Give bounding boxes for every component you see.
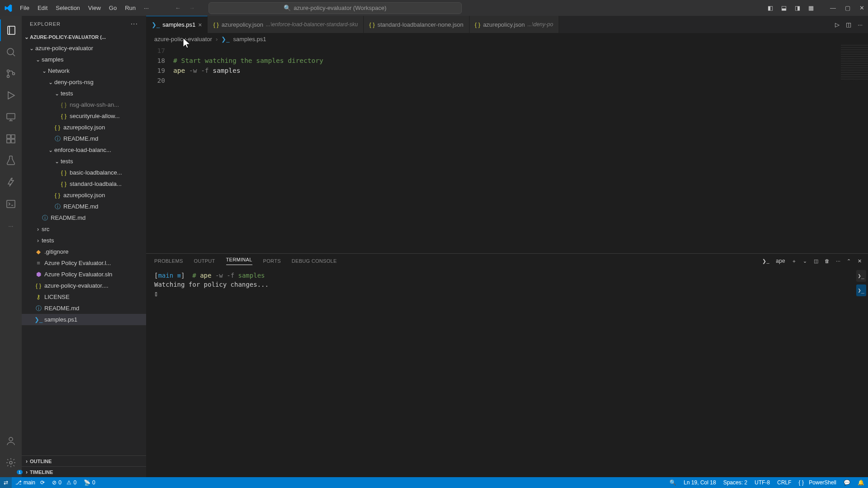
code-content[interactable]: # Start watching the samples directory a… — [173, 45, 868, 253]
terminal-label[interactable]: ape — [776, 258, 785, 264]
split-terminal-icon[interactable]: ◫ — [814, 258, 818, 264]
maximize-panel-icon[interactable]: ⌃ — [847, 258, 851, 264]
activity-accounts-icon[interactable] — [0, 430, 22, 452]
layout-toggle-bottom-icon[interactable]: ⬓ — [781, 5, 787, 11]
status-encoding[interactable]: UTF-8 — [751, 479, 773, 486]
workspace-section-header[interactable]: ⌄ AZURE-POLICY-EVALUATOR (... — [22, 32, 146, 43]
window-maximize-icon[interactable]: ▢ — [845, 5, 850, 11]
folder-root[interactable]: ⌄azure-policy-evaluator — [22, 43, 146, 54]
explorer-more-icon[interactable]: ··· — [131, 20, 138, 28]
window-close-icon[interactable]: ✕ — [859, 5, 864, 11]
split-editor-icon[interactable]: ◫ — [846, 21, 851, 28]
panel-tab-output[interactable]: OUTPUT — [194, 258, 215, 264]
activity-explorer-icon[interactable] — [0, 19, 22, 41]
tab-samples-ps1[interactable]: ❯_ samples.ps1 × — [146, 16, 208, 33]
folder-tests-1[interactable]: ⌄tests — [22, 88, 146, 99]
nav-back-icon[interactable]: ← — [175, 5, 181, 11]
layout-toggle-right-icon[interactable]: ◨ — [795, 5, 800, 11]
command-center[interactable]: 🔍 azure-policy-evaluator (Workspace) — [209, 2, 462, 14]
activity-more-icon[interactable]: ··· — [0, 215, 22, 237]
activity-settings-icon[interactable]: 1 — [0, 452, 22, 474]
activity-terminal-icon[interactable] — [0, 193, 22, 215]
panel-tab-problems[interactable]: PROBLEMS — [154, 258, 183, 264]
activity-azure-icon[interactable] — [0, 171, 22, 193]
menu-go[interactable]: Go — [105, 3, 120, 13]
activity-run-debug-icon[interactable] — [0, 85, 22, 106]
terminal-side-icon-2[interactable]: ❯_ — [856, 284, 866, 296]
file-ape-json[interactable]: { }azure-policy-evaluator.... — [22, 280, 146, 291]
editor-body[interactable]: 17 18 19 20 # Start watching the samples… — [146, 45, 868, 253]
status-notifications-icon[interactable]: 🔔 — [854, 479, 868, 486]
terminal-shell-icon[interactable]: ❯_ — [762, 258, 769, 264]
status-branch[interactable]: ⎇main ⟳ — [12, 479, 48, 486]
file-readme-3[interactable]: ⓘREADME.md — [22, 212, 146, 223]
folder-network[interactable]: ⌄Network — [22, 65, 146, 76]
panel-more-icon[interactable]: ··· — [836, 258, 840, 264]
file-readme-2[interactable]: ⓘREADME.md — [22, 201, 146, 212]
status-problems[interactable]: ⊘0 ⚠0 — [48, 479, 80, 486]
breadcrumb-segment[interactable]: samples.ps1 — [233, 36, 266, 43]
menu-run[interactable]: Run — [121, 3, 139, 13]
menu-more[interactable]: ··· — [140, 3, 152, 13]
activity-testing-icon[interactable] — [0, 150, 22, 171]
folder-tests-3[interactable]: ›tests — [22, 235, 146, 246]
status-feedback-icon[interactable]: 💬 — [840, 479, 854, 486]
panel-tab-terminal[interactable]: TERMINAL — [226, 257, 252, 265]
menu-edit[interactable]: Edit — [34, 3, 51, 13]
folder-src[interactable]: ›src — [22, 223, 146, 235]
status-ports[interactable]: 📡0 — [80, 479, 99, 486]
file-readme-1[interactable]: ⓘREADME.md — [22, 133, 146, 144]
file-license[interactable]: ⚷LICENSE — [22, 291, 146, 303]
tab-standard-lb-none[interactable]: { } standard-loadbalancer-none.json — [364, 16, 469, 33]
menu-file[interactable]: File — [16, 3, 33, 13]
tab-azurepolicy-2[interactable]: { } azurepolicy.json ...\deny-po — [470, 16, 559, 33]
breadcrumb[interactable]: azure-policy-evaluator › ❯_ samples.ps1 — [146, 33, 868, 45]
layout-toggle-left-icon[interactable]: ◧ — [768, 5, 773, 11]
terminal-body[interactable]: [main ≡] # ape -w -f samples Watching fo… — [146, 268, 868, 477]
panel-tab-ports[interactable]: PORTS — [263, 258, 281, 264]
file-basic-lb[interactable]: { }basic-loadbalance... — [22, 167, 146, 178]
file-samples-ps1[interactable]: ❯_samples.ps1 — [22, 314, 146, 325]
activity-search-icon[interactable] — [0, 41, 22, 63]
folder-tests-2[interactable]: ⌄tests — [22, 156, 146, 167]
minimap[interactable] — [841, 45, 868, 81]
status-cursor-pos[interactable]: Ln 19, Col 18 — [680, 479, 719, 486]
tab-azurepolicy-1[interactable]: { } azurepolicy.json ...\enforce-load-ba… — [208, 16, 364, 33]
file-nsg-allow-ssh[interactable]: { }nsg-allow-ssh-an... — [22, 99, 146, 110]
outline-section-header[interactable]: › OUTLINE — [22, 455, 146, 466]
status-eol[interactable]: CRLF — [773, 479, 795, 486]
status-language[interactable]: { } PowerShell — [795, 479, 840, 486]
run-file-icon[interactable]: ▷ — [835, 21, 840, 28]
file-standard-lb[interactable]: { }standard-loadbala... — [22, 178, 146, 190]
panel-tab-debug-console[interactable]: DEBUG CONSOLE — [292, 258, 337, 264]
activity-extensions-icon[interactable] — [0, 128, 22, 150]
editor-more-icon[interactable]: ··· — [858, 21, 863, 28]
timeline-section-header[interactable]: › TIMELINE — [22, 466, 146, 477]
sync-icon[interactable]: ⟳ — [40, 479, 45, 486]
file-azurepolicy-2[interactable]: { }azurepolicy.json — [22, 190, 146, 201]
breadcrumb-segment[interactable]: azure-policy-evaluator — [154, 36, 212, 43]
file-securityrule-allow[interactable]: { }securityrule-allow... — [22, 110, 146, 122]
file-gitignore[interactable]: ◆.gitignore — [22, 246, 146, 257]
close-panel-icon[interactable]: ✕ — [858, 258, 862, 264]
file-readme-4[interactable]: ⓘREADME.md — [22, 303, 146, 314]
menu-view[interactable]: View — [85, 3, 104, 13]
folder-enforce-lb[interactable]: ⌄enforce-load-balanc... — [22, 144, 146, 156]
remote-indicator[interactable]: ⇄ — [0, 477, 12, 488]
terminal-dropdown-icon[interactable]: ⌄ — [803, 258, 807, 264]
close-icon[interactable]: × — [198, 21, 202, 28]
terminal-side-icon-1[interactable]: ❯_ — [856, 270, 866, 282]
activity-source-control-icon[interactable] — [0, 63, 22, 85]
nav-forward-icon[interactable]: → — [189, 5, 195, 11]
menu-selection[interactable]: Selection — [52, 3, 83, 13]
window-minimize-icon[interactable]: — — [830, 5, 836, 11]
folder-deny-ports-nsg[interactable]: ⌄deny-ports-nsg — [22, 76, 146, 88]
status-spaces[interactable]: Spaces: 2 — [720, 479, 751, 486]
layout-customize-icon[interactable]: ▦ — [808, 5, 814, 11]
folder-samples[interactable]: ⌄samples — [22, 54, 146, 65]
activity-remote-explorer-icon[interactable] — [0, 106, 22, 128]
status-zoom[interactable]: 🔍 — [666, 479, 680, 486]
new-terminal-icon[interactable]: ＋ — [792, 258, 797, 265]
kill-terminal-icon[interactable]: 🗑 — [825, 258, 830, 264]
file-azurepolicy-1[interactable]: { }azurepolicy.json — [22, 122, 146, 133]
